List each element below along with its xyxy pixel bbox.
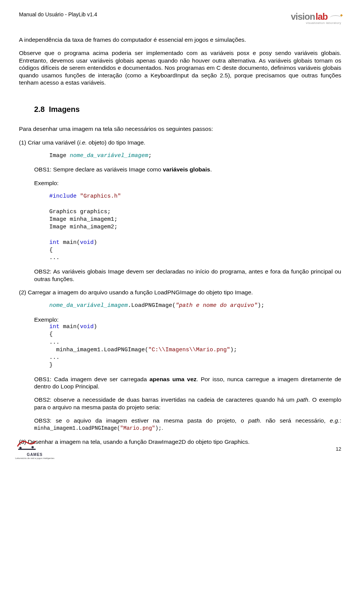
obs-note: OBS2: As variáveis globais Image devem s… [34, 268, 341, 283]
code: Graphics graphics; [49, 209, 111, 215]
code: Image minha_imagem2; [49, 224, 118, 230]
code: int [49, 239, 60, 246]
code: ) [94, 239, 97, 246]
step-3: (3) Desenhar a imagem na tela, usando a … [19, 438, 341, 445]
logo-text-vision: vision [291, 11, 315, 22]
step-2: (2) Carregar a imagem do arquivo usando … [19, 289, 341, 296]
obs-note: OBS1: Sempre declare as variáveis Image … [34, 166, 341, 173]
text: objeto) do tipo Image. [87, 139, 145, 146]
obs-note: OBS1: Cada imagem deve ser carregada ape… [34, 376, 341, 390]
header-title: Manual do Usuário - PlayLib v1.4 [19, 11, 97, 17]
brand-logo: visionlab visualization laboratory [291, 11, 341, 25]
example-label: Exemplo: [34, 179, 341, 187]
logo-subtitle: visualization laboratory [306, 21, 341, 25]
code: Image [49, 152, 70, 159]
text: . [210, 166, 212, 173]
code-block: #include "Graphics.h" Graphics graphics;… [49, 193, 341, 262]
text: OBS3: se o aquivo da imagem estiver na m… [34, 417, 248, 424]
page-header: Manual do Usuário - PlayLib v1.4 visionl… [19, 11, 341, 25]
code: main( [60, 324, 80, 330]
code-block: Image nome_da_variável_imagem; [49, 152, 341, 160]
section-title: Imagens [49, 105, 80, 113]
games-logo-icon [15, 437, 39, 453]
code: ); [155, 425, 162, 431]
svg-rect-2 [18, 449, 36, 450]
code-block: nome_da_variável_imagem.LoadPNGImage("pa… [49, 302, 341, 310]
logo-main: visionlab [291, 11, 341, 22]
text: OBS1: Sempre declare as variáveis Image … [34, 166, 163, 173]
footer-logo-text: GAMES [15, 453, 54, 457]
page: Manual do Usuário - PlayLib v1.4 visionl… [0, 0, 364, 463]
logo-text-lab: lab [315, 11, 328, 22]
text: path [248, 417, 260, 424]
code: int [49, 324, 60, 330]
text: . não será necessário, [260, 417, 330, 424]
text: variáveis globais [163, 166, 210, 173]
obs-note: OBS3: se o aquivo da imagem estiver na m… [34, 417, 341, 432]
code: ... [49, 339, 60, 346]
text: OBS1: Cada imagem deve ser carregada [34, 376, 149, 382]
code: "Mario.png" [120, 425, 155, 431]
code: "path e nome do arquivo" [176, 302, 257, 309]
code: ); [230, 347, 237, 353]
code: main( [60, 239, 80, 246]
code: ) [94, 324, 97, 330]
section-heading: 2.8 Imagens [34, 105, 341, 114]
text: : [340, 417, 341, 424]
code: void [80, 324, 94, 330]
footer-logo: GAMES Laboratório de raid e jogos inteli… [15, 437, 54, 459]
text: (1) Criar uma variável ( [19, 139, 79, 146]
code: .LoadPNGImage( [128, 302, 176, 309]
text: OBS2: observe a necessidade de duas barr… [34, 396, 297, 403]
code: nome_da_variável_imagem [49, 302, 128, 309]
paragraph: Para desenhar uma imagem na tela são nec… [19, 125, 341, 132]
section-number: 2.8 [34, 105, 45, 113]
text: i.e. [79, 139, 87, 146]
footer-logo-sub: Laboratório de raid e jogos inteligentes [15, 457, 54, 459]
code: ... [49, 255, 60, 261]
code: ; [148, 152, 152, 159]
text: path [297, 396, 308, 403]
code: minha_imagem1.LoadPNGImage( [34, 425, 120, 431]
code: #include [49, 193, 77, 200]
page-number: 12 [336, 446, 341, 452]
paragraph: Observe que o programa acima poderia ser… [19, 49, 341, 86]
code: ); [257, 302, 264, 309]
step-1: (1) Criar uma variável (i.e. objeto) do … [19, 139, 341, 146]
code: Image minha_imagem1; [49, 216, 118, 223]
code: "Graphics.h" [77, 193, 121, 200]
code: void [80, 239, 94, 246]
svg-point-1 [31, 446, 34, 448]
text: . [162, 424, 163, 431]
text: e.g. [330, 417, 340, 424]
code: { [49, 247, 53, 253]
logo-swoosh-icon [330, 15, 341, 20]
code: minha_imagem1.LoadPNGImage( [49, 347, 148, 353]
code: ... [49, 354, 60, 361]
code: nome_da_variável_imagem [70, 152, 148, 159]
paragraph: A independência da taxa de frames do com… [19, 36, 341, 43]
code-block: int main(void) { ... minha_imagem1.LoadP… [49, 323, 341, 369]
obs-note: OBS2: observe a necessidade de duas barr… [34, 396, 341, 411]
text: apenas uma vez [149, 376, 196, 382]
example-label: Exemplo: [34, 316, 341, 323]
code: } [49, 362, 53, 368]
code: "C:\\Imagens\\Mario.png" [148, 347, 230, 353]
code: { [49, 331, 53, 338]
